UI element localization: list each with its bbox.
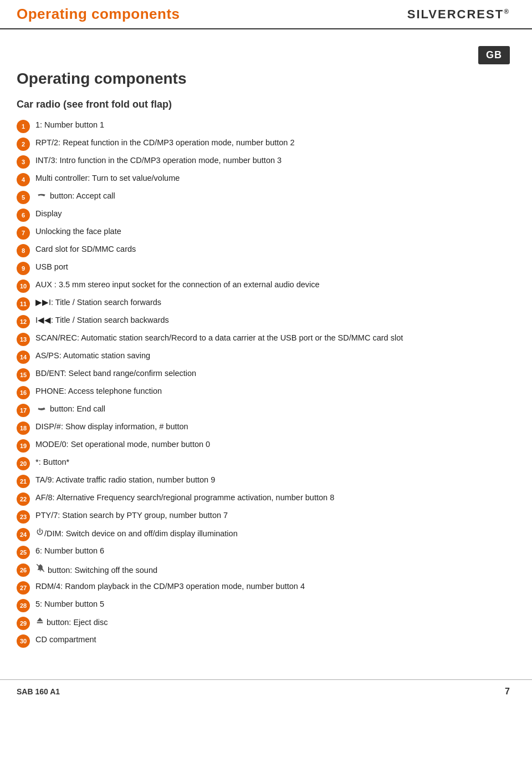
item-text: BD/ENT: Select band range/confirm select… — [35, 368, 510, 380]
list-item: 7Unlocking the face plate — [17, 226, 510, 240]
item-badge: 28 — [17, 599, 30, 612]
item-badge: 24 — [17, 528, 30, 541]
accept-call-icon — [37, 194, 47, 199]
item-text: SCAN/REC: Automatic station search/Recor… — [35, 332, 510, 344]
item-text: AS/PS: Automatic station saving — [35, 350, 510, 362]
list-item: 26 button: Switching off the sound — [17, 563, 510, 577]
item-text: CD compartment — [35, 634, 510, 646]
item-badge: 29 — [17, 617, 30, 630]
list-item: 29 button: Eject disc — [17, 616, 510, 630]
item-badge: 16 — [17, 386, 30, 399]
sub-heading: Car radio (see front fold out flap) — [17, 99, 510, 110]
list-item: 14AS/PS: Automatic station saving — [17, 350, 510, 364]
item-text: 6: Number button 6 — [35, 545, 510, 557]
list-item: 6Display — [17, 208, 510, 222]
item-text: RPT/2: Repeat function in the CD/MP3 ope… — [35, 137, 510, 149]
item-text: Unlocking the face plate — [35, 226, 510, 238]
list-item: 11: Number button 1 — [17, 119, 510, 133]
list-item: 16PHONE: Access telephone function — [17, 385, 510, 399]
item-badge: 14 — [17, 351, 30, 364]
list-item: 285: Number button 5 — [17, 598, 510, 612]
item-text: /DIM: Switch device on and off/dim displ… — [35, 527, 510, 540]
item-text: *: Button* — [35, 456, 510, 469]
content-area: GB Operating components Car radio (see f… — [0, 29, 532, 668]
item-text: Display — [35, 208, 510, 220]
list-item: 17 button: End call — [17, 403, 510, 417]
item-text: ▶▶I: Title / Station search forwards — [35, 297, 510, 309]
list-item: 3INT/3: Intro function in the CD/MP3 ope… — [17, 155, 510, 169]
list-item: 10AUX : 3.5 mm stereo input socket for t… — [17, 279, 510, 293]
item-badge: 3 — [17, 155, 30, 169]
item-text: MODE/0: Set operational mode, number but… — [35, 439, 510, 451]
item-badge: 21 — [17, 475, 30, 488]
eject-icon — [35, 616, 44, 625]
list-item: 21TA/9: Activate traffic radio station, … — [17, 474, 510, 488]
list-item: 30CD compartment — [17, 634, 510, 648]
list-item: 27RDM/4: Random playback in the CD/MP3 o… — [17, 581, 510, 595]
item-badge: 22 — [17, 492, 30, 506]
item-badge: 8 — [17, 244, 30, 257]
list-item: 13SCAN/REC: Automatic station search/Rec… — [17, 332, 510, 346]
item-text: I◀◀: Title / Station search backwards — [35, 314, 510, 327]
item-badge: 4 — [17, 173, 30, 186]
item-text: 1: Number button 1 — [35, 119, 510, 131]
list-item: 23PTY/7: Station search by PTY group, nu… — [17, 510, 510, 524]
item-badge: 23 — [17, 510, 30, 524]
item-text: INT/3: Intro function in the CD/MP3 oper… — [35, 155, 510, 167]
list-item: 20*: Button* — [17, 456, 510, 470]
item-badge: 5 — [17, 191, 30, 204]
power-icon — [35, 527, 44, 536]
item-badge: 25 — [17, 546, 30, 559]
item-text: Card slot for SD/MMC cards — [35, 243, 510, 256]
item-text: Multi controller: Turn to set value/volu… — [35, 172, 510, 185]
list-item: 15BD/ENT: Select band range/confirm sele… — [17, 368, 510, 382]
gb-badge: GB — [478, 46, 510, 64]
item-text: USB port — [35, 261, 510, 273]
item-text: PTY/7: Station search by PTY group, numb… — [35, 510, 510, 522]
gb-badge-wrapper: GB — [17, 46, 510, 64]
end-call-icon — [37, 407, 47, 412]
item-text: button: End call — [35, 403, 510, 415]
item-text: button: Switching off the sound — [35, 563, 510, 577]
list-item: 22AF/8: Alternative Frequency search/reg… — [17, 492, 510, 506]
header-bar: Operating components SILVERCREST® — [0, 0, 532, 29]
item-badge: 1 — [17, 120, 30, 133]
list-item: 11▶▶I: Title / Station search forwards — [17, 297, 510, 311]
list-item: 18DISP/#: Show display information, # bu… — [17, 421, 510, 435]
footer-model: SAB 160 A1 — [17, 687, 60, 696]
list-item: 19MODE/0: Set operational mode, number b… — [17, 439, 510, 453]
list-item: 9USB port — [17, 261, 510, 275]
item-badge: 10 — [17, 280, 30, 293]
item-badge: 27 — [17, 581, 30, 595]
page-heading: Operating components — [17, 70, 510, 88]
item-text: PHONE: Access telephone function — [35, 385, 510, 398]
item-text: DISP/#: Show display information, # butt… — [35, 421, 510, 433]
list-item: 5 button: Accept call — [17, 190, 510, 204]
item-text: button: Accept call — [35, 190, 510, 202]
brand-logo: SILVERCREST® — [407, 7, 510, 22]
header-title: Operating components — [17, 6, 180, 23]
item-badge: 19 — [17, 439, 30, 453]
item-badge: 17 — [17, 404, 30, 417]
list-item: 8Card slot for SD/MMC cards — [17, 243, 510, 257]
item-badge: 6 — [17, 209, 30, 222]
item-badge: 26 — [17, 563, 30, 577]
item-badge: 30 — [17, 634, 30, 648]
bell-icon — [35, 563, 45, 573]
footer: SAB 160 A1 7 — [0, 679, 532, 703]
item-badge: 18 — [17, 421, 30, 435]
item-text: AF/8: Alternative Frequency search/regio… — [35, 492, 510, 504]
item-badge: 11 — [17, 297, 30, 311]
item-text: AUX : 3.5 mm stereo input socket for the… — [35, 279, 510, 291]
list-item: 4Multi controller: Turn to set value/vol… — [17, 172, 510, 186]
list-item: 24/DIM: Switch device on and off/dim dis… — [17, 527, 510, 541]
item-badge: 20 — [17, 457, 30, 470]
item-badge: 2 — [17, 138, 30, 151]
footer-page: 7 — [505, 687, 510, 697]
item-text: 5: Number button 5 — [35, 598, 510, 611]
list-item: 12I◀◀: Title / Station search backwards — [17, 314, 510, 328]
item-text: RDM/4: Random playback in the CD/MP3 ope… — [35, 581, 510, 593]
item-badge: 9 — [17, 262, 30, 275]
svg-rect-2 — [37, 622, 43, 623]
item-badge: 12 — [17, 315, 30, 328]
